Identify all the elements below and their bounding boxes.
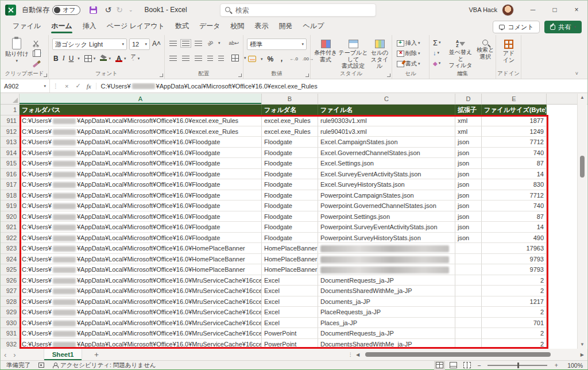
row-header[interactable]: 911 bbox=[1, 115, 20, 126]
cell-folder-name[interactable]: PowerPoint bbox=[262, 328, 318, 339]
find-select-button[interactable]: 検索と 選択 bbox=[475, 40, 495, 60]
cell-folder-name[interactable]: Excel bbox=[262, 296, 318, 307]
grow-font-icon[interactable]: A˄ bbox=[152, 40, 161, 48]
cell-folder-path[interactable]: C:¥Users¥¥AppData¥Local¥Microsoft¥Office… bbox=[20, 328, 262, 339]
clipboard-dialog-launcher-icon[interactable] bbox=[44, 74, 47, 77]
cell-folder-path[interactable]: C:¥Users¥¥AppData¥Local¥Microsoft¥Office… bbox=[20, 222, 262, 233]
column-header-a[interactable]: A bbox=[20, 94, 262, 104]
page-layout-view-icon[interactable] bbox=[450, 362, 457, 368]
align-right-icon[interactable] bbox=[195, 56, 202, 61]
cell-folder-path[interactable]: C:¥Users¥¥AppData¥Local¥Microsoft¥Office… bbox=[20, 275, 262, 286]
zoom-level[interactable]: 100% bbox=[566, 362, 583, 369]
merge-center-icon[interactable] bbox=[231, 55, 239, 61]
horizontal-scrollbar[interactable]: ⋮ ◀ ▶ bbox=[348, 350, 584, 359]
cell-file-name[interactable]: Powerpoint.GovernedChannelStates.json bbox=[318, 201, 455, 211]
align-middle-icon[interactable] bbox=[182, 41, 189, 46]
row-header[interactable]: 914 bbox=[1, 148, 20, 159]
cell-extension[interactable]: json bbox=[455, 201, 482, 211]
format-painter-button[interactable] bbox=[33, 59, 41, 67]
scrollbar-splitter-icon[interactable]: ⋮ bbox=[348, 352, 353, 357]
cell-file-size[interactable]: 14 bbox=[482, 222, 547, 233]
cell-file-size[interactable]: 740 bbox=[482, 201, 547, 211]
increase-indent-icon[interactable] bbox=[218, 56, 224, 61]
cell-extension[interactable]: json bbox=[455, 179, 482, 190]
align-bottom-icon[interactable] bbox=[195, 41, 202, 46]
cell-folder-name[interactable]: Floodgate bbox=[262, 233, 318, 244]
cell-extension[interactable] bbox=[455, 296, 482, 307]
formula-bar-splitter[interactable]: ⋮ bbox=[50, 83, 61, 89]
close-button[interactable]: × bbox=[566, 1, 587, 19]
tab-view[interactable]: 表示 bbox=[250, 18, 274, 35]
cell-folder-name[interactable]: Floodgate bbox=[262, 148, 318, 159]
cell-file-size[interactable]: 2 bbox=[482, 328, 547, 339]
macro-record-icon[interactable] bbox=[38, 363, 44, 368]
alignment-dialog-launcher-icon[interactable] bbox=[238, 74, 242, 77]
cell-file-name[interactable]: DocumentsSharedWithMe_ja-JP bbox=[318, 339, 455, 349]
row-header[interactable]: 931 bbox=[1, 328, 20, 339]
cell-folder-path[interactable]: C:¥Users¥¥AppData¥Local¥Microsoft¥Office… bbox=[20, 296, 262, 307]
cut-button[interactable] bbox=[33, 40, 41, 48]
align-top-icon[interactable] bbox=[169, 41, 177, 46]
row-header[interactable]: 924 bbox=[1, 254, 20, 265]
share-button[interactable]: 共有 ▾ bbox=[544, 21, 582, 33]
cell-file-size[interactable]: 9793 bbox=[482, 264, 547, 275]
row-header[interactable]: 921 bbox=[1, 222, 20, 233]
format-as-table-button[interactable]: テーブルとして 書式設定 bbox=[338, 40, 368, 70]
cell-file-name[interactable]: DocumentsSharedWithMe_ja-JP bbox=[318, 286, 455, 296]
cell-folder-path[interactable]: C:¥Users¥¥AppData¥Local¥Microsoft¥Office… bbox=[20, 169, 262, 180]
cell-file-size[interactable]: 701 bbox=[482, 318, 547, 329]
sheet-tab-sheet1[interactable]: Sheet1 bbox=[44, 349, 83, 360]
cell-folder-path[interactable]: C:¥Users¥¥AppData¥Local¥Microsoft¥Office… bbox=[20, 148, 262, 159]
cell-folder-name[interactable]: Floodgate bbox=[262, 190, 318, 201]
cell-folder-path[interactable]: C:¥Users¥¥AppData¥Local¥Microsoft¥Office… bbox=[20, 254, 262, 265]
cell-folder-path[interactable]: C:¥Users¥¥AppData¥Local¥Microsoft¥Office… bbox=[20, 137, 262, 148]
row-header[interactable]: 932 bbox=[1, 339, 20, 349]
cell-file-size[interactable]: 2 bbox=[482, 286, 547, 296]
font-name-select[interactable]: 游ゴシック Light▾ bbox=[52, 38, 127, 50]
cell-folder-name[interactable]: Floodgate bbox=[262, 211, 318, 222]
cell-file-name[interactable]: Excel.CampaignStates.json bbox=[318, 137, 455, 148]
addins-button[interactable]: アド イン bbox=[501, 40, 517, 63]
conditional-formatting-button[interactable]: 条件付き 書式 bbox=[313, 40, 338, 63]
comma-style-icon[interactable]: ， bbox=[278, 54, 285, 64]
cell-extension[interactable] bbox=[455, 286, 482, 296]
maximize-button[interactable]: □ bbox=[544, 1, 566, 19]
font-size-select[interactable]: 12▾ bbox=[129, 38, 150, 50]
avatar[interactable] bbox=[502, 4, 514, 16]
row-header[interactable]: 927 bbox=[1, 286, 20, 296]
row-header[interactable]: 925 bbox=[1, 264, 20, 275]
horizontal-scroll-thumb[interactable] bbox=[365, 352, 551, 357]
cell-file-size[interactable]: 740 bbox=[482, 148, 547, 159]
cell-file-name[interactable] bbox=[318, 243, 455, 254]
tab-review[interactable]: 校閲 bbox=[226, 18, 250, 35]
row-header[interactable]: 922 bbox=[1, 233, 20, 244]
minimize-button[interactable]: ─ bbox=[522, 1, 544, 19]
cell-folder-path[interactable]: C:¥Users¥¥AppData¥Local¥Microsoft¥Office… bbox=[20, 201, 262, 211]
row-header[interactable]: 930 bbox=[1, 318, 20, 329]
cell-extension[interactable]: json bbox=[455, 148, 482, 159]
delete-cells-button[interactable]: 削除▾ bbox=[397, 49, 420, 57]
zoom-slider-handle[interactable] bbox=[517, 363, 519, 368]
collapse-ribbon-icon[interactable]: ˅ bbox=[575, 71, 578, 76]
cell-extension[interactable]: xml bbox=[455, 126, 482, 137]
cell-folder-path[interactable]: C:¥Users¥¥AppData¥Local¥Microsoft¥Office… bbox=[20, 233, 262, 244]
decrease-indent-icon[interactable] bbox=[207, 56, 213, 61]
row-header[interactable]: 926 bbox=[1, 275, 20, 286]
phonetic-guide-button[interactable]: ア'' bbox=[130, 54, 136, 63]
cell-extension[interactable]: json bbox=[455, 169, 482, 180]
row-header[interactable]: 916 bbox=[1, 169, 20, 180]
name-box[interactable]: A902 ▾ bbox=[1, 79, 50, 92]
number-format-select[interactable]: 標準▾ bbox=[247, 38, 307, 50]
cell-file-name[interactable] bbox=[318, 264, 455, 275]
cell-folder-path[interactable]: C:¥Users¥¥AppData¥Local¥Microsoft¥Office… bbox=[20, 211, 262, 222]
cell-extension[interactable]: json bbox=[455, 233, 482, 244]
cell-file-name[interactable]: Powerpoint.Settings.json bbox=[318, 211, 455, 222]
user-name[interactable]: VBA Hack bbox=[469, 6, 497, 13]
format-cells-button[interactable]: 書式▾ bbox=[397, 60, 420, 68]
column-header-e[interactable]: E bbox=[482, 94, 547, 104]
cell-folder-name[interactable]: Excel bbox=[262, 307, 318, 318]
cell-file-size[interactable]: 87 bbox=[482, 158, 547, 169]
number-dialog-launcher-icon[interactable] bbox=[305, 74, 309, 77]
italic-button[interactable]: I bbox=[63, 54, 65, 63]
cell-file-name[interactable]: Excel.SurveyHistoryStats.json bbox=[318, 179, 455, 190]
